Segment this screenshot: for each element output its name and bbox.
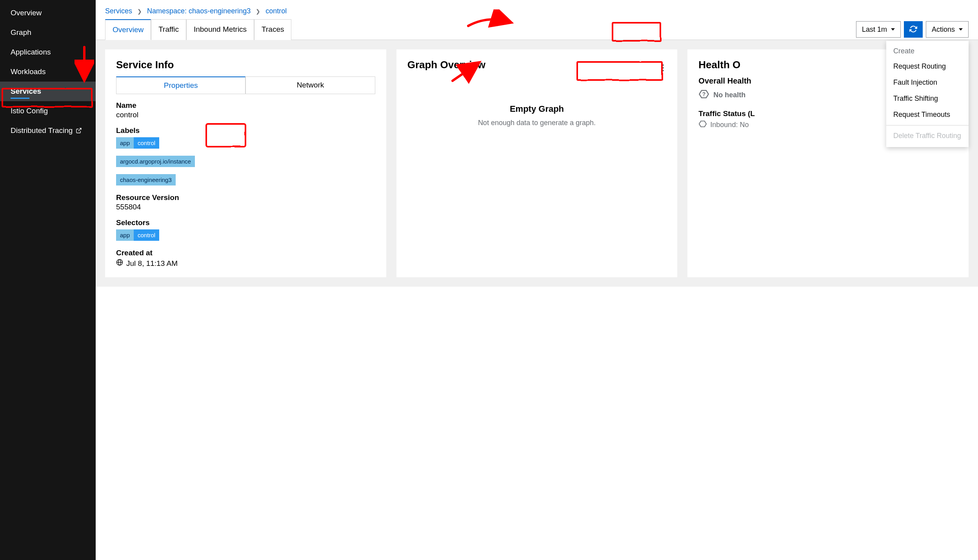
traffic-inbound-value: Inbound: No [710, 121, 749, 129]
topbar: Overview Traffic Inbound Metrics Traces … [96, 19, 978, 40]
empty-graph-state: Empty Graph Not enough data to generate … [407, 104, 667, 128]
time-range-dropdown[interactable]: Last 1m [856, 21, 901, 38]
label-key: app [116, 229, 134, 241]
sidebar-item-overview[interactable]: Overview [0, 3, 96, 23]
chevron-right-icon: ❯ [137, 8, 142, 15]
refresh-button[interactable] [904, 21, 923, 38]
label-key: argocd.argoproj.io/instance [116, 156, 195, 167]
sidebar-item-workloads[interactable]: Workloads [0, 62, 96, 82]
created-at-label: Created at [116, 249, 375, 257]
sidebar: Overview Graph Applications Workloads Se… [0, 0, 96, 560]
label-value: control [134, 137, 159, 149]
labels-row: chaos-engineering3 [116, 173, 375, 185]
graph-overview-title: Graph Overview [407, 59, 485, 71]
label-key: app [116, 137, 134, 149]
empty-graph-text: Not enough data to generate a graph. [407, 118, 667, 128]
name-value: control [116, 111, 375, 119]
sidebar-label: Workloads [11, 67, 45, 76]
svg-line-0 [78, 128, 81, 131]
breadcrumb: Services ❯ Namespace: chaos-engineering3… [96, 0, 978, 19]
service-info-title: Service Info [116, 59, 375, 71]
breadcrumb-current: control [265, 7, 287, 15]
top-controls: Last 1m Actions Create Request Routing F… [856, 21, 969, 38]
sidebar-item-services[interactable]: Services [0, 82, 96, 101]
graph-overview-card: Graph Overview Empty Graph Not enough da… [396, 49, 678, 277]
menu-item-traffic-shifting[interactable]: Traffic Shifting [886, 91, 969, 107]
svg-text:?: ? [702, 91, 706, 97]
empty-graph-title: Empty Graph [407, 104, 667, 114]
selectors-label: Selectors [116, 218, 375, 227]
refresh-icon [909, 25, 917, 34]
labels-row: argocd.argoproj.io/instance [116, 154, 375, 167]
actions-label: Actions [932, 25, 955, 34]
menu-item-request-timeouts[interactable]: Request Timeouts [886, 107, 969, 123]
menu-item-fault-injection[interactable]: Fault Injection [886, 75, 969, 91]
label-value: control [134, 229, 159, 241]
name-label: Name [116, 101, 375, 110]
sidebar-label: Distributed Tracing [11, 126, 73, 135]
breadcrumb-namespace[interactable]: Namespace: chaos-engineering3 [147, 7, 251, 15]
sidebar-label: Services [11, 87, 41, 96]
chevron-down-icon [891, 28, 895, 31]
sidebar-item-graph[interactable]: Graph [0, 23, 96, 42]
tab-overview[interactable]: Overview [105, 19, 151, 40]
sidebar-item-istio-config[interactable]: Istio Config [0, 101, 96, 121]
tab-properties[interactable]: Properties [116, 76, 245, 94]
overall-health-value: No health [713, 91, 745, 99]
label-key: chaos-engineering3 [116, 174, 176, 185]
actions-section-label: Create [886, 44, 969, 58]
sidebar-item-distributed-tracing[interactable]: Distributed Tracing [0, 121, 96, 140]
resource-version-value: 555804 [116, 203, 375, 211]
created-at-value: Jul 8, 11:13 AM [126, 259, 178, 268]
selectors-row: appcontrol [116, 229, 375, 241]
service-info-card: Service Info Properties Network Name con… [105, 49, 386, 277]
resource-version-label: Resource Version [116, 193, 375, 202]
actions-dropdown[interactable]: Actions [926, 21, 969, 38]
actions-menu: Create Request Routing Fault Injection T… [886, 41, 969, 147]
main-tabs: Overview Traffic Inbound Metrics Traces [105, 19, 291, 40]
labels-row: appcontrol [116, 137, 375, 149]
globe-icon [116, 259, 123, 268]
time-range-label: Last 1m [862, 25, 887, 34]
main-content: Services ❯ Namespace: chaos-engineering3… [96, 0, 978, 560]
breadcrumb-services[interactable]: Services [105, 7, 132, 15]
sidebar-item-applications[interactable]: Applications [0, 42, 96, 62]
tab-network[interactable]: Network [245, 76, 375, 94]
hexagon-icon [698, 120, 707, 130]
kebab-menu-icon[interactable] [660, 62, 666, 74]
labels-label: Labels [116, 126, 375, 135]
tab-inbound-metrics[interactable]: Inbound Metrics [186, 19, 254, 40]
created-at-row: Jul 8, 11:13 AM [116, 259, 375, 268]
sidebar-label: Applications [11, 48, 51, 56]
content-grid: Service Info Properties Network Name con… [96, 40, 978, 287]
chevron-right-icon: ❯ [256, 8, 260, 15]
chevron-down-icon [959, 28, 963, 31]
menu-item-delete-traffic-routing: Delete Traffic Routing [886, 128, 969, 144]
hexagon-question-icon: ? [698, 89, 709, 102]
sidebar-label: Overview [11, 9, 42, 17]
tab-traffic[interactable]: Traffic [151, 19, 186, 40]
sidebar-label: Graph [11, 28, 31, 37]
menu-item-request-routing[interactable]: Request Routing [886, 58, 969, 75]
sidebar-label: Istio Config [11, 107, 48, 115]
tab-traces[interactable]: Traces [254, 19, 291, 40]
external-link-icon [76, 127, 82, 134]
service-info-tabs: Properties Network [116, 76, 375, 94]
menu-divider [886, 125, 969, 125]
